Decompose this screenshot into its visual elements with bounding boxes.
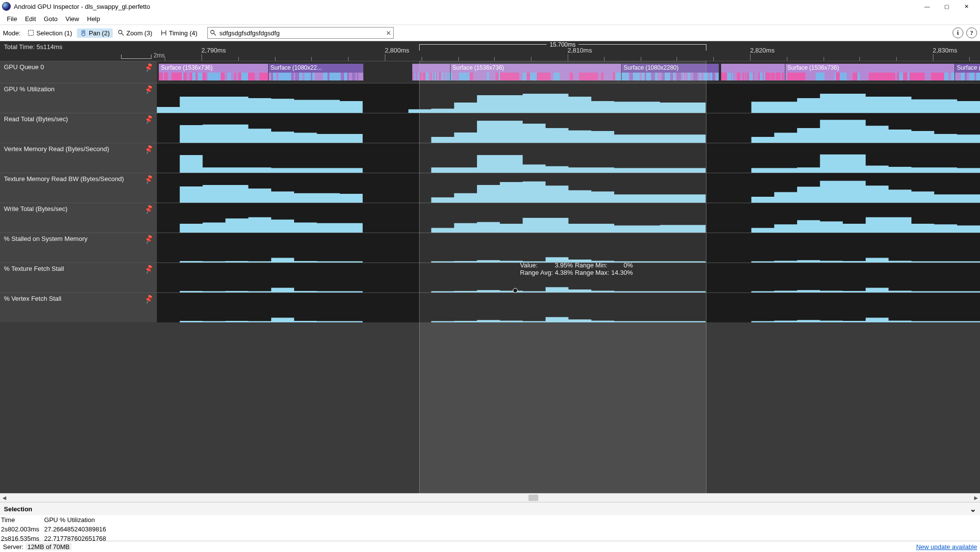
pin-icon[interactable]: 📌 xyxy=(144,234,154,244)
svg-marker-14 xyxy=(157,287,980,292)
svg-line-2 xyxy=(122,33,124,35)
pin-icon[interactable]: 📌 xyxy=(144,84,154,95)
selection-col-time: Time xyxy=(0,515,43,525)
surface-block[interactable]: Surface (1536x736) xyxy=(450,63,622,81)
ruler-tick-label: 2,830ms xyxy=(933,47,957,54)
svg-line-7 xyxy=(213,33,215,35)
menu-goto[interactable]: Goto xyxy=(40,14,61,24)
surface-block[interactable] xyxy=(721,63,786,81)
ruler-tick-label: 2,790ms xyxy=(201,47,226,54)
hover-tooltip: Value:3.95% Range Min:0% Range Avg:4.38%… xyxy=(520,262,633,276)
timeline-row-label: % Texture Fetch Stall📌 xyxy=(0,263,157,292)
sparkline xyxy=(157,143,980,173)
pixel-scale-label: 2ms xyxy=(153,52,165,59)
status-server-label: Server: xyxy=(3,543,24,551)
timeline-row[interactable]: GPU % Utilization📌 xyxy=(0,83,980,113)
mode-pan-button[interactable]: Pan (2) xyxy=(77,28,113,38)
selection-col-value: GPU % Utilization xyxy=(43,515,110,525)
selection-row[interactable]: 2s816.535ms 22.717787602651768 xyxy=(0,534,110,541)
pin-icon[interactable]: 📌 xyxy=(144,264,154,274)
ruler-tick-label: 2,800ms xyxy=(385,47,409,54)
timeline-row[interactable]: % Stalled on System Memory📌 xyxy=(0,233,980,263)
help-button[interactable]: ? xyxy=(966,27,977,38)
pin-icon[interactable]: 📌 xyxy=(144,144,154,155)
pin-icon[interactable]: 📌 xyxy=(144,174,154,184)
menu-help[interactable]: Help xyxy=(83,14,104,24)
svg-marker-12 xyxy=(157,217,980,233)
surface-block[interactable]: Surface (1536x736) xyxy=(785,63,955,81)
pin-icon[interactable]: 📌 xyxy=(144,114,154,125)
timeline-rows: GPU Queue 0📌Surface (1536x736)Surface (1… xyxy=(0,61,980,493)
svg-point-1 xyxy=(119,30,122,34)
timeline-row[interactable]: Write Total (Bytes/sec)📌 xyxy=(0,203,980,233)
timeline-row-content[interactable]: Surface (1536x736)Surface (1080x22...Sur… xyxy=(157,61,980,83)
svg-rect-0 xyxy=(28,30,34,36)
timeline-row-content[interactable] xyxy=(157,233,980,263)
surface-block[interactable]: Surface (1536x736) xyxy=(158,63,269,81)
mode-selection-button[interactable]: Selection (1) xyxy=(25,28,75,38)
mode-label: Mode: xyxy=(3,29,21,37)
menubar: File Edit Goto View Help xyxy=(0,13,980,25)
pin-icon[interactable]: 📌 xyxy=(144,294,154,304)
pin-icon[interactable]: 📌 xyxy=(144,204,154,214)
hscroll-thumb[interactable] xyxy=(528,495,538,501)
timeline-view[interactable]: Total Time: 5s114ms 2ms 15.700ms 2,790ms… xyxy=(0,41,980,493)
surface-block[interactable]: Surface (1080x22... xyxy=(268,63,364,81)
timeline-row[interactable]: % Texture Fetch Stall📌 xyxy=(0,263,980,292)
chevron-down-icon[interactable]: ⌄ xyxy=(970,504,976,514)
status-bar: Server: 12MB of 70MB New update availabl… xyxy=(0,541,980,552)
timeline-row[interactable]: % Vertex Fetch Stall📌 xyxy=(0,292,980,322)
timeline-row-content[interactable] xyxy=(157,173,980,203)
new-update-link[interactable]: New update available xyxy=(916,543,977,551)
timeline-row[interactable]: Texture Memory Read BW (Bytes/Second)📌 xyxy=(0,173,980,203)
sparkline xyxy=(157,113,980,143)
timeline-row-content[interactable] xyxy=(157,113,980,143)
selection-table: Time GPU % Utilization 2s802.003ms 27.26… xyxy=(0,515,980,541)
window-maximize-button[interactable]: ▢ xyxy=(937,3,956,10)
selection-panel-header[interactable]: Selection ⌄ xyxy=(0,502,980,515)
timeline-row-label: % Vertex Fetch Stall📌 xyxy=(0,293,157,322)
timeline-row-label: Texture Memory Read BW (Bytes/Second)📌 xyxy=(0,173,157,203)
timeline-row-content[interactable] xyxy=(157,143,980,173)
timeline-row-content[interactable] xyxy=(157,293,980,322)
info-button[interactable]: i xyxy=(953,27,963,38)
timeline-hscrollbar[interactable]: ◀ ▶ xyxy=(0,493,980,502)
selection-row[interactable]: 2s802.003ms 27.266485240389816 xyxy=(0,525,110,534)
window-close-button[interactable]: ✕ xyxy=(956,3,976,10)
mode-zoom-button[interactable]: Zoom (3) xyxy=(115,28,155,38)
svg-marker-15 xyxy=(157,317,980,322)
timeline-row[interactable]: GPU Queue 0📌Surface (1536x736)Surface (1… xyxy=(0,61,980,83)
zoom-icon xyxy=(118,29,125,36)
sparkline xyxy=(157,203,980,233)
timeline-row-label: Read Total (Bytes/sec)📌 xyxy=(0,113,157,143)
app-icon xyxy=(2,2,11,11)
search-box: ✕ xyxy=(207,27,394,39)
timing-icon xyxy=(160,29,167,36)
svg-marker-11 xyxy=(157,181,980,203)
timeline-row-label: GPU Queue 0📌 xyxy=(0,61,157,83)
hscroll-right-arrow[interactable]: ▶ xyxy=(972,495,980,500)
surface-block[interactable]: Surface (1080x2280) xyxy=(621,63,719,81)
timeline-row-label: % Stalled on System Memory📌 xyxy=(0,233,157,263)
surface-block[interactable]: Surface (1080x22... xyxy=(955,63,980,81)
hscroll-left-arrow[interactable]: ◀ xyxy=(0,495,8,500)
timeline-row[interactable]: Read Total (Bytes/sec)📌 xyxy=(0,113,980,143)
pixel-scale: 2ms xyxy=(108,53,165,59)
timeline-row[interactable]: Vertex Memory Read (Bytes/Second)📌 xyxy=(0,143,980,173)
sparkline xyxy=(157,233,980,263)
search-clear-icon[interactable]: ✕ xyxy=(386,29,391,37)
hscroll-track[interactable] xyxy=(8,494,972,502)
window-minimize-button[interactable]: — xyxy=(917,3,937,9)
mode-selection-label: Selection (1) xyxy=(36,29,72,37)
menu-view[interactable]: View xyxy=(62,14,83,24)
menu-file[interactable]: File xyxy=(3,14,21,24)
menu-edit[interactable]: Edit xyxy=(21,14,40,24)
mode-timing-button[interactable]: Timing (4) xyxy=(157,28,201,38)
sparkline xyxy=(157,293,980,322)
svg-marker-10 xyxy=(157,155,980,173)
timeline-row-content[interactable] xyxy=(157,83,980,113)
surface-block[interactable] xyxy=(412,63,451,81)
search-input[interactable] xyxy=(219,29,384,37)
pin-icon[interactable]: 📌 xyxy=(144,62,154,73)
timeline-row-content[interactable] xyxy=(157,203,980,233)
